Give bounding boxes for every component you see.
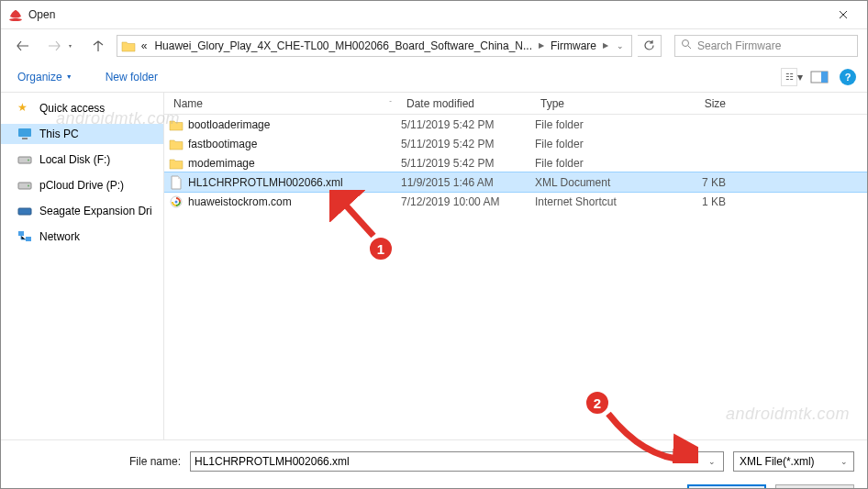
- breadcrumb-dropdown[interactable]: ⌄: [611, 41, 629, 50]
- chevron-right-icon[interactable]: ▶: [536, 41, 547, 50]
- folder-icon: [164, 118, 188, 131]
- app-logo-icon: [8, 7, 23, 22]
- file-list: Nameˆ Date modified Type Size bootloader…: [164, 93, 867, 439]
- body: ★ Quick access This PC Local Disk (F:) p…: [1, 93, 867, 439]
- svg-rect-2: [821, 72, 828, 83]
- svg-point-6: [28, 160, 29, 161]
- file-row[interactable]: modemimage 5/11/2019 5:42 PM File folder: [164, 153, 867, 172]
- svg-point-13: [175, 200, 178, 203]
- svg-rect-11: [26, 237, 31, 241]
- monitor-icon: [17, 127, 32, 141]
- view-options-button[interactable]: ☷▾: [781, 66, 803, 88]
- drive-icon: [17, 152, 32, 167]
- sidebar-item-local-disk[interactable]: Local Disk (F:): [1, 150, 163, 170]
- annotation-arrow: [597, 403, 698, 463]
- refresh-button[interactable]: [638, 35, 662, 57]
- file-row[interactable]: huaweistockrom.com 7/12/2019 10:00 AM In…: [164, 192, 867, 211]
- sidebar-item-label: Local Disk (F:): [39, 153, 110, 166]
- sidebar-item-label: pCloud Drive (P:): [39, 179, 124, 192]
- xml-file-icon: [164, 175, 188, 190]
- folder-icon: [164, 157, 188, 170]
- drive-icon: [17, 178, 32, 193]
- arrow-left-icon: [17, 39, 29, 52]
- sidebar-item-label: Network: [39, 230, 80, 243]
- file-date: 5/11/2019 5:42 PM: [401, 157, 535, 170]
- open-button[interactable]: Open: [687, 484, 766, 489]
- file-date: 5/11/2019 5:42 PM: [401, 118, 535, 131]
- file-type: File folder: [535, 138, 651, 150]
- file-row[interactable]: bootloaderimage 5/11/2019 5:42 PM File f…: [164, 115, 867, 134]
- filename-label: File name:: [14, 455, 184, 468]
- file-type: File folder: [535, 157, 651, 170]
- file-name: HL1CHRPROTLMH002066.xml: [188, 176, 401, 189]
- column-size[interactable]: Size: [651, 97, 742, 110]
- sidebar-item-pcloud[interactable]: pCloud Drive (P:): [1, 175, 163, 195]
- file-type: XML Document: [535, 176, 651, 189]
- file-name: modemimage: [188, 157, 401, 170]
- back-button[interactable]: [10, 33, 36, 59]
- svg-rect-9: [18, 208, 31, 215]
- folder-icon: [119, 37, 138, 55]
- sidebar-item-quick-access[interactable]: ★ Quick access: [1, 98, 163, 118]
- file-size: 7 KB: [651, 176, 742, 189]
- file-type: Internet Shortcut: [535, 195, 651, 208]
- cancel-button[interactable]: Cancel: [775, 484, 854, 489]
- file-name: fastbootimage: [188, 138, 401, 150]
- folder-icon: [164, 138, 188, 150]
- breadcrumb-segment[interactable]: Huawei_Glory_Play_4X_CHE-TL00_MH002066_B…: [150, 36, 536, 56]
- window-title: Open: [28, 8, 827, 21]
- annotation-arrow: [329, 190, 384, 241]
- help-button[interactable]: ?: [840, 69, 856, 85]
- toolbar: Organize▼ New folder ☷▾ ?: [1, 61, 867, 93]
- network-icon: [17, 229, 32, 244]
- column-type[interactable]: Type: [535, 97, 651, 110]
- drive-icon: [17, 204, 32, 218]
- view-icon: ☷: [781, 68, 797, 86]
- chevron-down-icon[interactable]: ⌄: [705, 457, 719, 466]
- column-headers: Nameˆ Date modified Type Size: [164, 93, 867, 115]
- column-name[interactable]: Nameˆ: [164, 97, 401, 110]
- svg-rect-10: [18, 231, 24, 236]
- chevron-down-icon: ⌄: [840, 457, 848, 466]
- file-row-selected[interactable]: HL1CHRPROTLMH002066.xml 11/9/2015 1:46 A…: [164, 172, 867, 192]
- search-icon: [681, 39, 692, 52]
- close-icon: [839, 10, 848, 19]
- annotation-badge-2: 2: [584, 390, 610, 416]
- breadcrumb[interactable]: « Huawei_Glory_Play_4X_CHE-TL00_MH002066…: [117, 35, 632, 57]
- file-date: 5/11/2019 5:42 PM: [401, 138, 535, 150]
- filetype-select[interactable]: XML File(*.xml) ⌄: [733, 451, 854, 472]
- file-size: 1 KB: [651, 195, 742, 208]
- preview-pane-button[interactable]: [808, 66, 830, 88]
- sidebar: ★ Quick access This PC Local Disk (F:) p…: [1, 93, 164, 439]
- svg-point-0: [683, 40, 689, 47]
- breadcrumb-segment[interactable]: Firmware: [547, 36, 600, 56]
- file-row[interactable]: fastbootimage 5/11/2019 5:42 PM File fol…: [164, 134, 867, 153]
- chevron-down-icon: ▼: [66, 73, 72, 80]
- arrow-right-icon: [48, 39, 61, 52]
- title-bar: Open: [1, 1, 867, 28]
- file-date: 7/12/2019 10:00 AM: [401, 195, 535, 208]
- new-folder-button[interactable]: New folder: [100, 67, 163, 87]
- search-input[interactable]: Search Firmware: [674, 35, 858, 57]
- sidebar-item-seagate[interactable]: Seagate Expansion Dri: [1, 201, 163, 221]
- sidebar-item-this-pc[interactable]: This PC: [1, 124, 163, 144]
- chevron-right-icon[interactable]: ▶: [600, 41, 611, 50]
- bottom-panel: File name: HL1CHRPROTLMH002066.xml ⌄ XML…: [1, 439, 867, 489]
- up-button[interactable]: [85, 33, 111, 59]
- organize-menu[interactable]: Organize▼: [12, 67, 78, 87]
- file-name: bootloaderimage: [188, 118, 401, 131]
- sidebar-item-network[interactable]: Network: [1, 227, 163, 247]
- file-type: File folder: [535, 118, 651, 131]
- column-date[interactable]: Date modified: [401, 97, 535, 110]
- file-date: 11/9/2015 1:46 AM: [401, 176, 535, 189]
- forward-button[interactable]: [41, 33, 67, 59]
- close-button[interactable]: [827, 2, 860, 28]
- history-dropdown[interactable]: ▾: [69, 42, 80, 49]
- svg-point-8: [28, 185, 29, 187]
- annotation-badge-1: 1: [368, 236, 394, 261]
- sidebar-item-label: Seagate Expansion Dri: [39, 205, 152, 217]
- search-placeholder: Search Firmware: [697, 39, 781, 52]
- nav-bar: ▾ « Huawei_Glory_Play_4X_CHE-TL00_MH0020…: [1, 28, 867, 61]
- svg-rect-4: [22, 138, 28, 139]
- breadcrumb-prefix[interactable]: «: [138, 36, 151, 56]
